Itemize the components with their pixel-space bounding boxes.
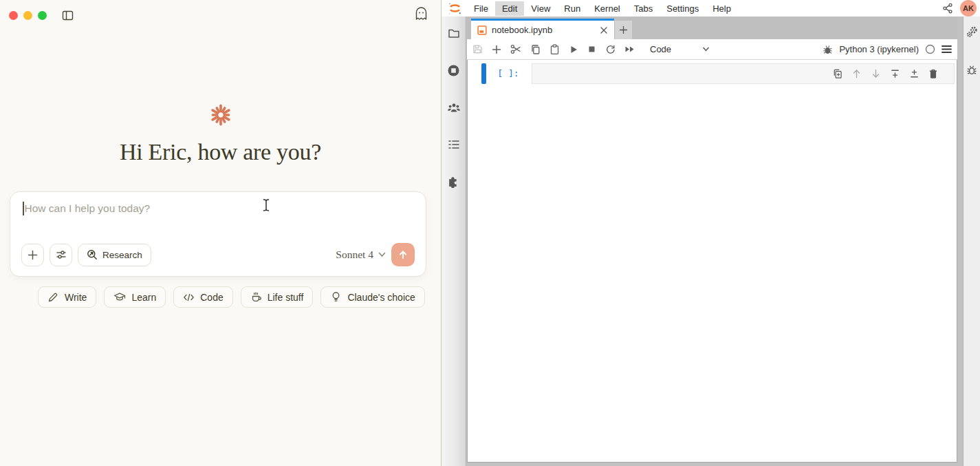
window-controls	[9, 11, 47, 20]
chat-input-placeholder: How can I help you today?	[25, 202, 151, 215]
running-sessions-icon[interactable]	[447, 64, 460, 77]
delete-cell-icon[interactable]	[928, 68, 938, 79]
restart-kernel-icon[interactable]	[605, 44, 616, 54]
ghost-icon[interactable]	[414, 6, 428, 21]
model-name: Sonnet 4	[336, 248, 373, 261]
interrupt-icon[interactable]	[587, 45, 596, 54]
close-window-button[interactable]	[9, 11, 18, 20]
chip-claudes-choice[interactable]: Claude's choice	[320, 286, 424, 308]
cell-toolbar	[832, 68, 938, 79]
restart-run-all-icon[interactable]	[624, 45, 635, 54]
kernel-name-label[interactable]: Python 3 (ipykernel)	[839, 44, 919, 54]
chip-label: Claude's choice	[347, 292, 415, 303]
claude-app-window: Hi Eric, how are you? How can I help you…	[0, 0, 442, 466]
ibeam-mouse-cursor	[261, 198, 271, 212]
chip-life-stuff[interactable]: Life stuff	[241, 286, 314, 308]
code-icon	[183, 292, 195, 303]
chip-code[interactable]: Code	[173, 286, 232, 308]
plus-icon	[28, 250, 38, 260]
notebook-document: [ ]:	[467, 60, 957, 463]
cell-prompt: [ ]:	[489, 63, 527, 84]
new-tab-button[interactable]	[615, 21, 632, 39]
move-cell-down-icon[interactable]	[871, 68, 881, 79]
run-icon[interactable]	[569, 45, 578, 54]
sliders-icon	[56, 249, 67, 260]
close-tab-icon[interactable]	[600, 26, 608, 34]
menu-tabs[interactable]: Tabs	[627, 1, 660, 16]
greeting-text: Hi Eric, how are you?	[120, 139, 321, 165]
cell-editor[interactable]	[532, 63, 955, 84]
dock-panel: notebook.ipynb	[442, 17, 980, 466]
arrow-up-icon	[398, 249, 409, 260]
menu-edit[interactable]: Edit	[495, 1, 524, 16]
chip-label: Code	[200, 292, 223, 303]
insert-cell-above-icon[interactable]	[890, 68, 900, 79]
zoom-window-button[interactable]	[38, 11, 47, 20]
tab-notebook[interactable]: notebook.ipynb	[471, 19, 614, 39]
tab-title: notebook.ipynb	[492, 25, 595, 35]
chevron-down-icon	[378, 252, 386, 257]
claude-starburst-logo	[208, 102, 234, 128]
chevron-down-icon[interactable]	[702, 47, 710, 52]
move-cell-up-icon[interactable]	[851, 68, 862, 79]
jupyterlab-window: File Edit View Run Kernel Tabs Settings …	[442, 0, 980, 466]
paste-icon[interactable]	[549, 44, 560, 55]
attach-button[interactable]	[21, 244, 44, 266]
chip-write[interactable]: Write	[38, 286, 96, 308]
text-caret	[23, 202, 24, 215]
share-icon[interactable]	[942, 3, 953, 14]
insert-cell-icon[interactable]	[492, 45, 501, 54]
property-inspector-gears-icon[interactable]	[966, 26, 978, 38]
menu-run[interactable]: Run	[557, 1, 587, 16]
save-icon[interactable]	[472, 44, 483, 54]
lightbulb-icon	[330, 291, 342, 303]
model-selector[interactable]: Sonnet 4	[336, 248, 386, 261]
research-label: Research	[102, 250, 142, 260]
pencil-icon	[47, 291, 59, 303]
kernel-status-icon[interactable]	[925, 44, 935, 54]
collaboration-icon[interactable]	[447, 102, 461, 114]
plus-icon	[619, 25, 628, 34]
copy-icon[interactable]	[530, 44, 541, 55]
chip-label: Learn	[131, 292, 156, 303]
cut-icon[interactable]	[510, 44, 521, 54]
table-of-contents-icon[interactable]	[448, 139, 460, 150]
research-button[interactable]: Research	[78, 244, 151, 266]
tab-bar: notebook.ipynb	[467, 17, 957, 39]
sidebar-toggle-icon[interactable]	[62, 10, 74, 21]
jupyter-menubar: File Edit View Run Kernel Tabs Settings …	[442, 0, 980, 17]
file-browser-icon[interactable]	[448, 27, 460, 39]
minimize-window-button[interactable]	[23, 11, 32, 20]
user-avatar[interactable]: AK	[960, 0, 977, 17]
notebook-file-icon	[477, 25, 487, 35]
right-activity-bar	[963, 17, 980, 466]
jupyter-logo-icon	[447, 1, 463, 17]
menu-file[interactable]: File	[467, 1, 495, 16]
menu-help[interactable]: Help	[706, 1, 738, 16]
left-activity-bar	[442, 17, 466, 466]
debugger-bug-icon[interactable]	[966, 64, 977, 76]
insert-cell-below-icon[interactable]	[909, 68, 919, 79]
research-magnifier-icon	[87, 249, 98, 260]
chip-label: Life stuff	[268, 292, 304, 303]
cell-type-dropdown[interactable]: Code	[650, 44, 671, 54]
chat-input-box[interactable]: How can I help you today? R	[10, 191, 426, 277]
hamburger-menu-icon[interactable]	[941, 45, 952, 54]
chip-learn[interactable]: Learn	[104, 286, 166, 308]
notebook-toolbar: Code Python 3 (ipykernel)	[467, 39, 957, 60]
tools-button[interactable]	[50, 244, 72, 266]
code-cell[interactable]: [ ]:	[468, 63, 957, 84]
debug-bug-icon[interactable]	[823, 44, 833, 55]
graduation-cap-icon	[113, 291, 126, 303]
menu-settings[interactable]: Settings	[660, 1, 706, 16]
coffee-cup-icon	[250, 291, 262, 303]
active-cell-indicator	[481, 63, 486, 84]
menu-view[interactable]: View	[524, 1, 557, 16]
chip-label: Write	[65, 292, 87, 303]
menu-kernel[interactable]: Kernel	[587, 1, 627, 16]
duplicate-cell-icon[interactable]	[832, 68, 842, 79]
send-button[interactable]	[391, 243, 415, 266]
extensions-puzzle-icon[interactable]	[447, 175, 460, 188]
